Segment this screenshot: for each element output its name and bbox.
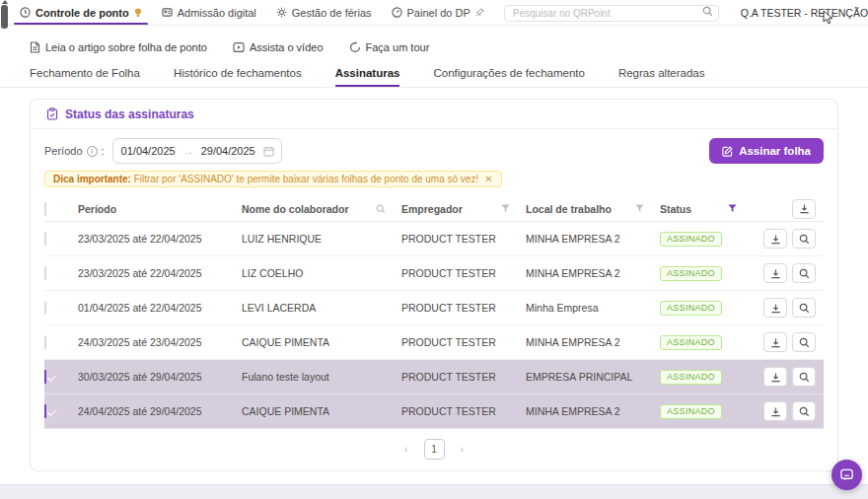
view-row-button[interactable]: [792, 229, 816, 249]
row-checkbox[interactable]: [44, 301, 46, 315]
nav-item-controle-de-ponto[interactable]: Controle de ponto: [20, 0, 142, 25]
sign-button-label: Assinar folha: [739, 145, 811, 157]
select-all-checkbox[interactable]: [44, 202, 46, 216]
cell-name: Fulano teste layout: [242, 371, 401, 383]
table-row-selected[interactable]: 30/03/2025 até 29/04/2025 Fulano teste l…: [44, 360, 824, 394]
pin-icon[interactable]: [475, 8, 484, 17]
view-row-button[interactable]: [792, 263, 816, 283]
cell-employer: PRODUCT TESTER: [401, 405, 526, 417]
bottom-strip: [0, 484, 868, 499]
table-row[interactable]: 24/03/2025 até 23/04/2025 CAIQUE PIMENTA…: [44, 325, 824, 360]
chat-bubble-icon: [839, 467, 854, 482]
download-row-button[interactable]: [763, 229, 787, 249]
cell-workplace: MINHA EMPRESA 2: [526, 405, 660, 417]
col-header-status: Status: [660, 203, 691, 215]
nav-item-gestao-de-ferias[interactable]: Gestão de férias: [276, 0, 372, 25]
filter-icon-workplace[interactable]: [635, 204, 644, 213]
prev-page-icon[interactable]: ‹: [404, 444, 408, 455]
row-checkbox-checked[interactable]: [44, 404, 46, 418]
tour-link[interactable]: Faça um tour: [349, 41, 430, 53]
next-page-icon[interactable]: ›: [461, 444, 465, 455]
col-header-workplace: Local de trabalho: [526, 203, 612, 215]
cell-employer: PRODUCT TESTER: [401, 267, 526, 279]
chat-widget-button[interactable]: [832, 460, 862, 490]
download-row-button[interactable]: [763, 367, 787, 387]
tip-text: Filtrar por 'ASSINADO' te permite baixar…: [134, 174, 479, 184]
article-link[interactable]: Leia o artigo sobre folha de ponto: [30, 41, 207, 53]
page-number-current[interactable]: 1: [424, 439, 445, 460]
view-row-button[interactable]: [792, 332, 816, 352]
tour-icon: [349, 41, 361, 53]
signatures-table: Período Nome do colaborador Empregador L…: [44, 196, 824, 429]
table-row[interactable]: 23/03/2025 até 22/04/2025 LIZ COELHO PRO…: [44, 256, 824, 291]
dashboard-icon: [392, 7, 402, 18]
period-range-picker[interactable]: 01/04/2025 → 29/04/2025: [112, 138, 282, 164]
status-badge: ASSINADO: [660, 404, 722, 419]
left-scrollbar[interactable]: [0, 0, 9, 32]
row-checkbox-checked[interactable]: [44, 370, 46, 384]
nav-label: Admissão digital: [178, 7, 256, 19]
help-links-row: Leia o artigo sobre folha de ponto Assis…: [30, 41, 429, 53]
scroll-up-arrow-icon: [2, 0, 8, 4]
close-icon[interactable]: ✕: [484, 174, 492, 184]
tab-assinaturas[interactable]: Assinaturas: [335, 63, 400, 87]
nav-label: Gestão de férias: [292, 7, 372, 19]
col-header-period: Período: [78, 203, 242, 215]
search-icon: [702, 6, 713, 17]
signatures-status-panel: Status das assinaturas Período i : 01/04…: [30, 99, 838, 471]
panel-controls: Período i : 01/04/2025 → 29/04/2025 Assi…: [44, 138, 824, 164]
tour-link-label: Faça um tour: [366, 41, 430, 53]
scrollbar-thumb[interactable]: [1, 5, 8, 29]
view-row-button[interactable]: [792, 298, 816, 318]
nav-item-painel-do-dp[interactable]: Painel do DP: [392, 0, 484, 25]
cell-workplace: EMPRESA PRINCIPAL: [526, 371, 660, 383]
tab-fechamento-de-folha[interactable]: Fechamento de Folha: [30, 63, 140, 87]
period-end-date[interactable]: 29/04/2025: [201, 145, 255, 157]
table-row[interactable]: 23/03/2025 até 22/04/2025 LUIZ HENRIQUE …: [44, 222, 824, 256]
bulk-download-button[interactable]: [792, 199, 816, 219]
tip-bold-label: Dica importante:: [53, 174, 131, 184]
panel-header: Status das assinaturas: [31, 100, 837, 129]
sun-icon: [276, 7, 287, 18]
cell-period: 23/03/2025 até 22/04/2025: [78, 233, 242, 245]
download-row-button[interactable]: [763, 401, 787, 421]
row-checkbox[interactable]: [44, 266, 46, 280]
cell-employer: PRODUCT TESTER: [401, 233, 526, 245]
download-row-button[interactable]: [763, 298, 787, 318]
table-row[interactable]: 01/04/2025 até 22/04/2025 LEVI LACERDA P…: [44, 291, 824, 325]
column-search-icon[interactable]: [376, 204, 386, 214]
view-row-button[interactable]: [792, 367, 816, 387]
tab-historico-de-fechamentos[interactable]: Histórico de fechamentos: [174, 63, 302, 87]
tab-configuracoes-de-fechamento[interactable]: Configurações de fechamento: [433, 63, 584, 87]
sign-icon: [722, 146, 733, 157]
tab-regras-alteradas[interactable]: Regras alteradas: [618, 63, 705, 87]
filter-icon-employer[interactable]: [501, 204, 510, 213]
table-row-selected[interactable]: 24/04/2025 até 29/04/2025 CAIQUE PIMENTA…: [44, 394, 824, 429]
filter-icon-status-active[interactable]: [728, 204, 737, 213]
cell-workplace: MINHA EMPRESA 2: [526, 267, 660, 279]
status-badge: ASSINADO: [660, 370, 722, 385]
nav-item-admissao-digital[interactable]: Admissão digital: [162, 0, 256, 25]
calendar-icon: [263, 146, 274, 157]
cell-workplace: MINHA EMPRESA 2: [526, 233, 660, 245]
top-navigation-bar: Controle de ponto Admissão digital Gestã…: [0, 0, 868, 26]
download-row-button[interactable]: [763, 263, 787, 283]
video-link[interactable]: Assista o vídeo: [233, 41, 324, 53]
download-row-button[interactable]: [763, 332, 787, 352]
row-checkbox[interactable]: [44, 232, 46, 246]
global-search: [504, 3, 719, 22]
sign-sheet-button[interactable]: Assinar folha: [709, 138, 824, 164]
row-checkbox[interactable]: [44, 335, 46, 349]
col-header-name: Nome do colaborador: [242, 203, 349, 215]
cell-name: CAIQUE PIMENTA: [242, 405, 401, 417]
arrow-right-icon: →: [183, 146, 193, 157]
clipboard-check-icon: [46, 107, 58, 120]
info-icon[interactable]: i: [87, 146, 98, 157]
view-row-button[interactable]: [792, 401, 816, 421]
search-input[interactable]: [504, 5, 719, 22]
article-link-label: Leia o artigo sobre folha de ponto: [45, 41, 207, 53]
panel-title: Status das assinaturas: [65, 107, 194, 121]
nav-label: Controle de ponto: [36, 7, 129, 19]
id-card-icon: [162, 7, 173, 18]
period-start-date[interactable]: 01/04/2025: [121, 145, 176, 157]
